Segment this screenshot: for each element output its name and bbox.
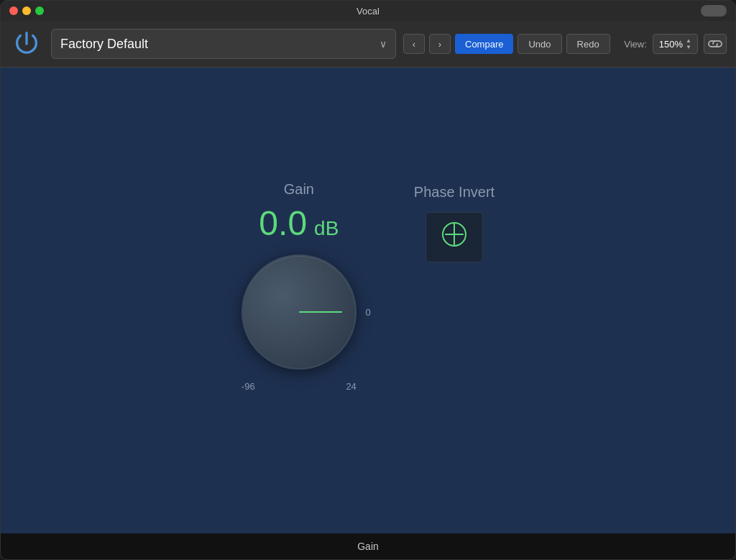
nav-forward-button[interactable]: ›: [429, 34, 451, 54]
knob-indicator: [299, 311, 342, 313]
stepper-down-icon: ▼: [686, 45, 691, 50]
controls-area: Gain 0.0 dB 0 -96 24: [242, 181, 494, 392]
knob-scale-max: 24: [346, 381, 356, 392]
gain-knob[interactable]: [242, 254, 356, 369]
view-label: View:: [624, 39, 647, 50]
compare-button[interactable]: Compare: [455, 34, 513, 54]
phase-invert-button[interactable]: [426, 212, 483, 262]
toolbar: Factory Default ∨ ‹ › Compare Undo Redo …: [1, 21, 735, 68]
gain-section: Gain 0.0 dB 0 -96 24: [242, 181, 356, 392]
knob-scale: -96 24: [242, 381, 356, 392]
link-icon: [708, 39, 722, 49]
phase-section: Phase Invert: [414, 184, 494, 262]
bottom-label: Gain: [357, 541, 379, 552]
gain-value-number: 0.0: [259, 204, 307, 242]
main-content: Gain 0.0 dB 0 -96 24: [1, 68, 735, 533]
gain-value-unit: dB: [314, 217, 339, 239]
window-toggle[interactable]: [701, 5, 727, 17]
phi-icon: [438, 219, 470, 250]
phase-invert-label: Phase Invert: [414, 184, 494, 201]
chevron-down-icon: ∨: [380, 38, 387, 50]
gain-value-display: 0.0 dB: [259, 203, 339, 243]
phase-icon: [438, 219, 470, 256]
knob-scale-min: -96: [242, 381, 255, 392]
gain-label: Gain: [284, 181, 314, 198]
gain-value: 0.0 dB: [259, 211, 339, 241]
knob-zero-label: 0: [366, 306, 371, 317]
view-value-box[interactable]: 150% ▲ ▼: [653, 34, 698, 54]
gain-knob-container: 0: [242, 254, 356, 369]
undo-button[interactable]: Undo: [518, 34, 561, 54]
traffic-lights: [9, 6, 44, 15]
minimize-button[interactable]: [22, 6, 31, 15]
plugin-window: Vocal Factory Default ∨ ‹ › Compare Undo…: [0, 0, 736, 560]
link-button[interactable]: [704, 34, 727, 54]
maximize-button[interactable]: [35, 6, 44, 15]
title-bar: Vocal: [1, 1, 735, 21]
close-button[interactable]: [9, 6, 18, 15]
preset-dropdown[interactable]: Factory Default ∨: [51, 29, 396, 59]
view-section: View: 150% ▲ ▼: [624, 34, 727, 54]
stepper-up-icon: ▲: [686, 38, 691, 44]
window-title: Vocal: [356, 6, 380, 17]
toolbar-controls: ‹ › Compare Undo Redo: [403, 34, 610, 54]
stepper-arrows: ▲ ▼: [686, 38, 691, 50]
redo-button[interactable]: Redo: [566, 34, 610, 54]
preset-name: Factory Default: [60, 37, 148, 52]
nav-back-button[interactable]: ‹: [403, 34, 425, 54]
power-button[interactable]: [9, 27, 44, 61]
power-icon: [12, 29, 42, 59]
view-value: 150%: [659, 39, 683, 50]
bottom-bar: Gain: [1, 533, 735, 559]
